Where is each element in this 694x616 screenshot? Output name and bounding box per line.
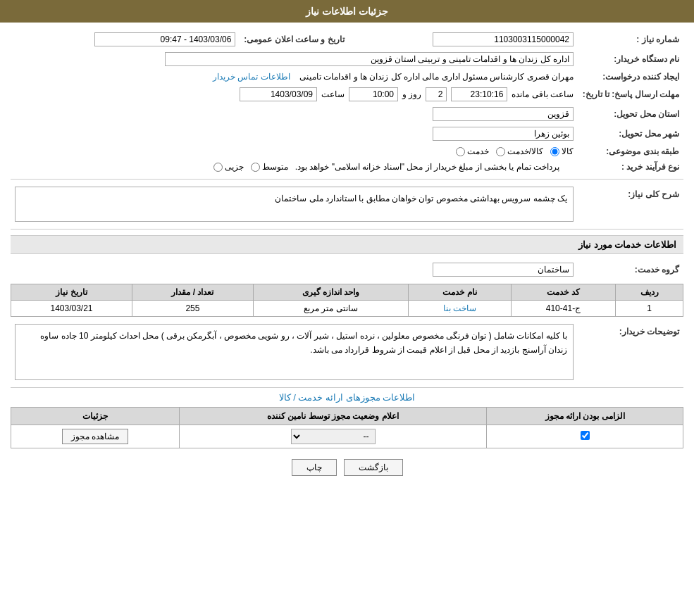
remaining-days-label: روز و — [402, 89, 421, 99]
need-number-value: 1103003115000042 — [433, 32, 574, 46]
response-deadline-label: مهلت ارسال پاسخ: تا تاریخ: — [578, 84, 683, 104]
announcement-label: تاریخ و ساعت اعلان عمومی: — [240, 30, 348, 49]
back-button[interactable]: بازگشت — [344, 459, 403, 476]
col-status: اعلام وضعیت مجوز توسط نامین کننده — [179, 408, 487, 425]
table-row: 1 ج-41-410 ساخت بنا سانتی متر مربع 255 1… — [11, 301, 683, 317]
delivery-province-label: استان محل تحویل: — [578, 104, 683, 124]
delivery-city-label: شهر محل تحویل: — [578, 124, 683, 144]
radio-medium[interactable] — [251, 163, 260, 172]
need-info-table: شماره نیاز : 1103003115000042 تاریخ و سا… — [11, 30, 683, 175]
col-row-num: ردیف — [616, 284, 683, 301]
remaining-time-suffix: ساعت باقی مانده — [512, 89, 574, 99]
requester-value: مهران قصری کارشناس مسئول اداری مالی ادار… — [299, 72, 574, 82]
cell-details: مشاهده مجوز — [11, 425, 180, 448]
status-select[interactable]: -- — [291, 429, 376, 444]
radio-both[interactable] — [496, 147, 505, 156]
response-time-value: 10:00 — [349, 87, 398, 101]
services-table: ردیف کد خدمت نام خدمت واحد اندازه گیری ت… — [11, 284, 683, 317]
cell-need-date: 1403/03/21 — [11, 301, 132, 317]
category-option-both: کالا/خدمت — [496, 146, 543, 156]
cell-service-name: ساخت بنا — [409, 301, 512, 317]
purchase-type-partial: جزیی — [213, 162, 244, 172]
general-desc-label: شرح کلی نیاز: — [578, 184, 683, 225]
delivery-city-value: بوئین زهرا — [433, 127, 574, 141]
cell-required — [487, 425, 683, 448]
radio-partial[interactable] — [213, 163, 223, 172]
cell-quantity: 255 — [132, 301, 254, 317]
general-desc-box: یک چشمه سرویس بهداشتی مخصوص توان خواهان … — [15, 187, 574, 222]
radio-service[interactable] — [456, 147, 465, 156]
cell-unit: سانتی متر مربع — [253, 301, 408, 317]
col-unit: واحد اندازه گیری — [253, 284, 408, 301]
view-permit-button[interactable]: مشاهده مجوز — [62, 429, 128, 444]
service-group-value: ساختمان — [433, 263, 574, 277]
service-group-label: گروه خدمت: — [578, 260, 683, 279]
cell-row-num: 1 — [616, 301, 683, 317]
buyer-desc-label: توضیحات خریدار: — [578, 321, 683, 383]
col-service-code: کد خدمت — [511, 284, 615, 301]
category-option-goods: کالا — [550, 146, 574, 156]
purchase-type-medium: متوسط — [251, 162, 288, 172]
required-checkbox[interactable] — [581, 431, 590, 440]
contact-link[interactable]: اطلاعات تماس خریدار — [213, 72, 290, 82]
service-group-table: گروه خدمت: ساختمان — [11, 260, 683, 279]
cell-service-code: ج-41-410 — [511, 301, 615, 317]
cell-status: -- — [179, 425, 487, 448]
buyer-desc-box: با کلیه امکانات شامل ( توان فرنگی مخصوص … — [15, 324, 574, 380]
announcement-value: 1403/03/06 - 09:47 — [94, 32, 235, 46]
remaining-time-value: 23:10:16 — [451, 87, 507, 101]
response-time-label: ساعت — [321, 89, 345, 99]
description-table: شرح کلی نیاز: یک چشمه سرویس بهداشتی مخصو… — [11, 184, 683, 225]
page-title: جزئیات اطلاعات نیاز — [306, 6, 388, 17]
page-header: جزئیات اطلاعات نیاز — [0, 0, 694, 23]
col-details: جزئیات — [11, 408, 180, 425]
permissions-section-title: اطلاعات مجوزهای ارائه خدمت / کالا — [11, 392, 683, 403]
purchase-type-note: پرداخت تمام یا بخشی از مبلغ خریدار از مح… — [295, 162, 559, 172]
bottom-buttons: بازگشت چاپ — [11, 459, 683, 476]
col-quantity: تعداد / مقدار — [132, 284, 254, 301]
permissions-table: الزامی بودن ارائه مجوز اعلام وضعیت مجوز … — [11, 407, 683, 448]
radio-goods[interactable] — [550, 147, 559, 156]
buyer-desc-table: توضیحات خریدار: با کلیه امکانات شامل ( ت… — [11, 321, 683, 383]
requester-label: ایجاد کننده درخواست: — [578, 69, 683, 84]
services-section-title: اطلاعات خدمات مورد نیاز — [11, 235, 683, 254]
buyer-org-label: نام دستگاه خریدار: — [578, 49, 683, 69]
table-row: -- مشاهده مجوز — [11, 425, 683, 448]
col-required: الزامی بودن ارائه مجوز — [487, 408, 683, 425]
response-date-value: 1403/03/09 — [240, 87, 317, 101]
print-button[interactable]: چاپ — [292, 459, 337, 476]
col-need-date: تاریخ نیاز — [11, 284, 132, 301]
col-service-name: نام خدمت — [409, 284, 512, 301]
delivery-province-value: قزوین — [433, 107, 574, 121]
category-label: طبقه بندی موضوعی: — [578, 144, 683, 159]
category-option-service: خدمت — [456, 146, 489, 156]
remaining-days-value: 2 — [426, 87, 447, 101]
buyer-org-value: اداره کل زندان ها و اقدامات تامینی و ترب… — [165, 52, 574, 66]
need-number-label: شماره نیاز : — [578, 30, 683, 49]
purchase-type-label: نوع فرآیند خرید : — [578, 159, 683, 175]
